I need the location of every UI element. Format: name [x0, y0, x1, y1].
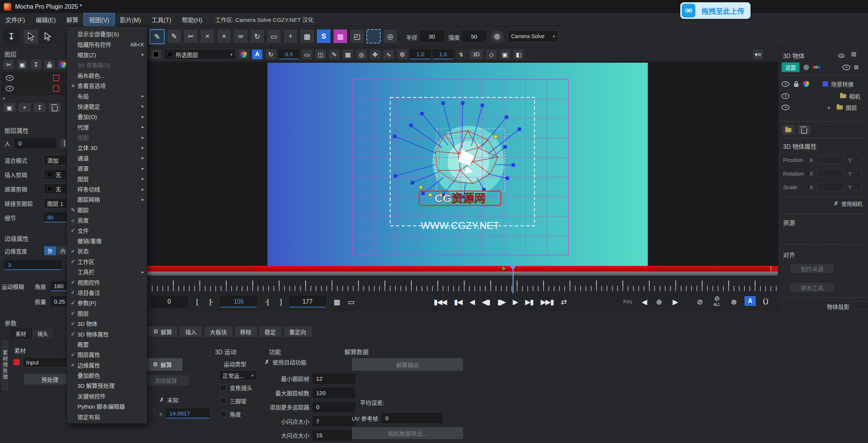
view-menu-item-25[interactable]: ✓视图控件	[67, 277, 147, 287]
u-overlay-button[interactable]: Ü	[760, 295, 771, 308]
radial-tool[interactable]: ◎	[383, 29, 397, 43]
view-menu-item-3[interactable]: 缩放(Z)▸	[67, 49, 147, 60]
in-point-field[interactable]: 0	[15, 138, 56, 148]
view-menu-item-28[interactable]: ✓图层	[67, 308, 147, 318]
opacity-field[interactable]: 0.5	[279, 49, 299, 59]
eye-icon[interactable]	[842, 65, 850, 70]
stereo-3d-button[interactable]: 3D	[469, 49, 483, 60]
frame-tool[interactable]: ▭	[267, 29, 281, 43]
solve-tab-3[interactable]: 大板块	[204, 326, 233, 337]
split-view-button[interactable]: ◫	[315, 49, 326, 60]
position-y-field[interactable]	[854, 156, 862, 164]
view-menu-item-7[interactable]: 布局▸	[67, 91, 147, 101]
rotate-tool[interactable]: ↻	[250, 29, 264, 43]
jump-end-button[interactable]: ▶▶▮	[541, 295, 553, 308]
view-menu-item-6[interactable]: ≡查看首选项	[67, 80, 147, 91]
view-menu-item-27[interactable]: ✓参数(P)	[67, 298, 147, 308]
timeline-cache-bar[interactable]	[147, 266, 778, 271]
view-menu-item-33[interactable]: ✓边缘属性	[67, 360, 147, 370]
delete-object-button[interactable]	[797, 125, 811, 135]
goto-out-button[interactable]: -]	[260, 295, 273, 308]
view-menu-item-38[interactable]: 锁定布局	[67, 411, 147, 421]
overlay-a-button[interactable]: A	[252, 49, 263, 60]
view-menu-item-15[interactable]: 图层▸	[67, 173, 147, 184]
fit-timeline-button[interactable]: ▭	[344, 295, 357, 308]
step-back-button[interactable]: ◀▮	[482, 295, 490, 308]
checkbox-icon[interactable]	[220, 411, 226, 417]
motion-check-3[interactable]: 角度	[220, 410, 252, 418]
goto-in-button[interactable]: [-	[204, 295, 218, 308]
auto-features-row[interactable]: ✗ 使用自动功能	[264, 358, 306, 366]
menubar-item-1[interactable]: 文件(F)	[0, 13, 30, 26]
step-forward-button[interactable]: ▮▶	[497, 295, 505, 308]
solve-output-button[interactable]: 解算输出	[352, 358, 463, 371]
edge-width-field[interactable]: 3	[5, 260, 61, 270]
magnifier-button[interactable]: ◎	[356, 49, 367, 60]
play-button[interactable]: ▶	[513, 295, 518, 308]
select-cursor-tool[interactable]	[23, 29, 39, 44]
prev-keyframe-button[interactable]: ◀	[638, 295, 650, 308]
gain-field[interactable]: 1.0	[410, 49, 431, 59]
feature-field[interactable]: 7	[313, 416, 355, 426]
spline-s-tool[interactable]: S	[317, 29, 331, 43]
param-tab-2[interactable]: 镜头	[32, 328, 54, 339]
viewport-footage[interactable]: CG资源网 WWW.CGZY.NET	[267, 63, 648, 266]
view-menu-item-12[interactable]: 立体 3D▸	[67, 142, 147, 153]
move-tool[interactable]: +	[283, 29, 298, 43]
view-menu-item-13[interactable]: 通道▸	[67, 153, 147, 163]
new-layer-button[interactable]: ▣	[3, 102, 16, 113]
link-tool[interactable]: ∞	[233, 29, 248, 43]
delete-layer-button[interactable]	[48, 102, 61, 113]
motion-check-1[interactable]: 变焦镜头	[220, 384, 252, 392]
tree-row-layer[interactable]: + 图层	[782, 102, 866, 112]
menubar-item-7[interactable]: 帮助(H)	[177, 13, 208, 26]
menubar-item-2[interactable]: 编辑(E)	[30, 13, 61, 26]
view-menu-item-32[interactable]: ✓图层属性	[67, 349, 147, 360]
rotation-x-field[interactable]	[817, 169, 844, 178]
view-menu-item-1[interactable]: 显示全部叠加(S)	[67, 29, 147, 39]
view-menu-item-21[interactable]: 撤销/重做	[67, 236, 147, 246]
scale-y-field[interactable]	[854, 183, 862, 191]
rotation-y-field[interactable]	[854, 169, 862, 178]
frame-start-field[interactable]: 0	[151, 296, 187, 307]
import-layer-button[interactable]: ↧	[33, 102, 46, 113]
half-view-button[interactable]: ◧	[513, 49, 524, 60]
lock-icon[interactable]	[794, 83, 798, 87]
clear-solve-button[interactable]: 清除解算	[142, 375, 190, 386]
expand-tool[interactable]: ◰	[350, 29, 364, 43]
checkbox-icon[interactable]	[220, 384, 226, 391]
view-menu-item-36[interactable]: 关键帧控件	[67, 391, 147, 401]
solve-button[interactable]: ⚙ 解算	[142, 358, 183, 371]
align-source-button[interactable]: 制作来源	[790, 263, 834, 274]
view-menu-item-2[interactable]: 隐藏所有控件Alt+X	[67, 39, 147, 49]
viewport[interactable]: CG资源网 WWW.CGZY.NET	[147, 62, 778, 266]
view-menu-item-20[interactable]: ✓文件	[67, 225, 147, 235]
monitor-view-button[interactable]: ▭	[301, 49, 313, 60]
layout-list-button[interactable]: ▾≡	[752, 49, 764, 60]
view-menu-item-19[interactable]: ☼亮度	[67, 215, 147, 225]
add-layer-button[interactable]: +	[18, 102, 31, 113]
view-menu-item-18[interactable]: ∿跟踪	[67, 205, 147, 215]
strength-field[interactable]: 50	[462, 31, 486, 42]
clear-all-tool[interactable]: ×	[217, 29, 231, 43]
grid-tool[interactable]: ▦	[300, 29, 314, 43]
grey-dot-icon[interactable]	[803, 65, 809, 70]
view-menu-item-26[interactable]: ✓项目备注	[67, 287, 147, 298]
menubar-item-3[interactable]: 解算	[61, 13, 84, 26]
view-menu-item-24[interactable]: 工具栏▸	[67, 267, 147, 277]
set-out-button[interactable]: ]	[276, 295, 286, 308]
pan-hand-button[interactable]: ✥	[369, 49, 381, 60]
view-menu-item-14[interactable]: 遮罩▸	[67, 163, 147, 173]
zoom-timeline-button[interactable]: ▦	[330, 295, 343, 308]
add-point-tool[interactable]: ✎	[150, 29, 165, 44]
diamond-overlay-button[interactable]: ◇	[486, 49, 497, 60]
uv-ref-field[interactable]: 0	[382, 413, 442, 423]
lightning-button[interactable]: ↯	[456, 49, 467, 60]
visibility-eye-icon[interactable]	[782, 105, 789, 110]
edge-width-option-1[interactable]: 外	[44, 246, 57, 256]
view-menu-item-9[interactable]: 叠加(O)▸	[67, 111, 147, 122]
gamma-gear-button[interactable]: ⚙	[397, 49, 408, 60]
upload-drop-button[interactable]: 拖拽至此上传	[680, 2, 751, 19]
add-icon[interactable]: +	[827, 104, 831, 111]
disable-all-button[interactable]: ⊘ ALL	[709, 295, 724, 307]
